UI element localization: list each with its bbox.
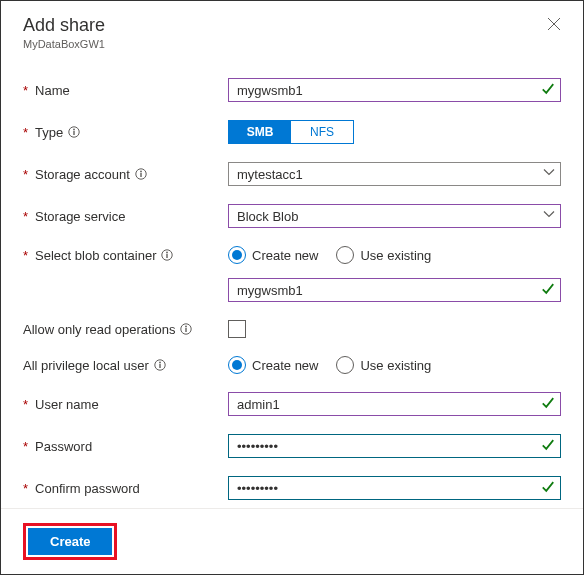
name-input[interactable] [228,78,561,102]
container-name-input[interactable] [228,278,561,302]
confirm-password-label: *Confirm password [23,481,228,496]
panel-subtitle: MyDataBoxGW1 [23,38,561,50]
svg-rect-10 [167,254,168,258]
info-icon[interactable] [68,126,80,138]
username-input[interactable] [228,392,561,416]
confirm-password-input[interactable] [228,476,561,500]
radio-icon [336,246,354,264]
radio-icon [336,356,354,374]
container-use-existing-radio[interactable]: Use existing [336,246,431,264]
radio-icon [228,356,246,374]
container-create-new-radio[interactable]: Create new [228,246,318,264]
info-icon[interactable] [154,359,166,371]
info-icon[interactable] [135,168,147,180]
close-icon [547,17,561,31]
panel-title: Add share [23,15,561,36]
storage-account-select[interactable]: mytestacc1 [228,162,561,186]
storage-account-label: *Storage account [23,167,228,182]
type-label: *Type [23,125,228,140]
password-input[interactable] [228,434,561,458]
storage-service-select[interactable]: Block Blob [228,204,561,228]
name-label: *Name [23,83,228,98]
svg-rect-4 [74,131,75,135]
radio-icon [228,246,246,264]
svg-point-12 [186,326,188,328]
username-label: *User name [23,397,228,412]
svg-point-6 [140,171,142,173]
info-icon[interactable] [161,249,173,261]
type-toggle: SMB NFS [228,120,354,144]
svg-point-15 [159,362,161,364]
svg-point-9 [167,252,169,254]
info-icon[interactable] [180,323,192,335]
type-smb-button[interactable]: SMB [229,121,291,143]
type-nfs-button[interactable]: NFS [291,121,353,143]
read-only-checkbox[interactable] [228,320,246,338]
svg-rect-13 [186,328,187,332]
svg-rect-7 [140,173,141,177]
svg-rect-16 [159,364,160,368]
blob-container-label: *Select blob container [23,248,228,263]
password-label: *Password [23,439,228,454]
read-only-label: Allow only read operations [23,322,228,337]
create-button-highlight: Create [23,523,117,560]
create-button[interactable]: Create [28,528,112,555]
user-create-new-radio[interactable]: Create new [228,356,318,374]
close-button[interactable] [547,17,561,31]
svg-point-3 [73,129,75,131]
storage-service-label: *Storage service [23,209,228,224]
privilege-user-label: All privilege local user [23,358,228,373]
user-use-existing-radio[interactable]: Use existing [336,356,431,374]
